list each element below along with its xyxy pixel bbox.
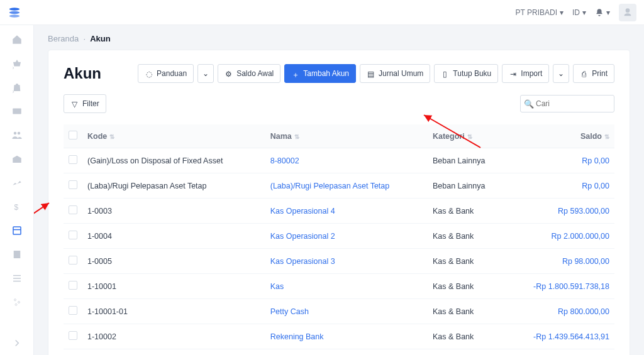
cell-kategori: Kas & Bank	[428, 349, 506, 356]
cell-kode: 1-10002	[82, 324, 265, 349]
rail-expand[interactable]	[11, 337, 23, 349]
cell-saldo: Rp 0,00	[506, 173, 614, 199]
cell-nama[interactable]: Kas Operasional 4	[265, 199, 428, 224]
tambah-akun-button[interactable]: ＋Tambah Akun	[284, 64, 356, 83]
cell-saldo: Rp 98.000,00	[506, 249, 614, 274]
cell-nama[interactable]: Rekening Bank	[265, 324, 428, 349]
cell-saldo: -Rp 1.439.564.413,91	[506, 324, 614, 349]
warehouse-icon	[11, 153, 23, 165]
cell-nama[interactable]: 8-80002	[265, 148, 428, 173]
language-code: ID	[572, 8, 580, 17]
cell-nama[interactable]: Petty Cash	[265, 299, 428, 324]
table-row: 1-0005Kas Operasional 3Kas & BankRp 98.0…	[64, 249, 614, 274]
search-input[interactable]	[520, 95, 614, 112]
cell-saldo: Rp 55.346.672,73	[506, 349, 614, 356]
chevron-down-icon: ▾	[606, 8, 610, 17]
svg-point-0	[9, 8, 20, 10]
nav-settings[interactable]	[11, 297, 23, 308]
search-box: 🔍	[520, 95, 614, 112]
row-checkbox[interactable]	[69, 180, 77, 189]
select-all-checkbox[interactable]	[69, 131, 77, 139]
cell-kategori: Beban Lainnya	[428, 148, 506, 173]
svg-point-1	[9, 11, 20, 13]
sort-icon: ⇅	[467, 133, 472, 140]
cell-nama[interactable]: (Laba)/Rugi Pelepasan Aset Tetap	[265, 173, 428, 199]
filter-button[interactable]: ▽Filter	[64, 94, 106, 113]
nav-purchase[interactable]: ›	[11, 82, 23, 93]
company-switcher[interactable]: PT PRIBADI ▾	[516, 8, 564, 17]
row-checkbox[interactable]	[69, 205, 77, 214]
dollar-icon: $	[11, 201, 23, 212]
svg-point-8	[14, 299, 16, 301]
company-name: PT PRIBADI	[516, 8, 557, 17]
cell-kategori: Kas & Bank	[428, 249, 506, 274]
notifications-button[interactable]: ▾	[595, 8, 610, 17]
breadcrumb-root[interactable]: Beranda	[48, 34, 79, 43]
col-kode[interactable]: Kode⇅	[82, 124, 265, 148]
chevron-down-icon: ⌄	[203, 69, 209, 78]
panduan-button[interactable]: ◌Panduan	[138, 64, 194, 83]
cell-nama[interactable]: Kas Operasional 2	[265, 224, 428, 249]
cell-nama[interactable]: Giro	[265, 349, 428, 356]
import-icon: ⇥	[509, 70, 517, 78]
bell-icon	[595, 8, 604, 17]
import-dropdown[interactable]: ⌄	[553, 64, 569, 83]
row-checkbox[interactable]	[69, 331, 77, 340]
table-row: (Gain)/Loss on Disposal of Fixed Asset8-…	[64, 148, 614, 173]
sub-toolbar: ▽Filter 🔍	[64, 94, 614, 113]
col-nama[interactable]: Nama⇅	[265, 124, 428, 148]
filter-icon: ▽	[70, 100, 79, 108]
chevron-down-icon: ▾	[560, 8, 564, 17]
cell-kategori: Kas & Bank	[428, 224, 506, 249]
row-checkbox[interactable]	[69, 231, 77, 239]
table-row: 1-10002Rekening BankKas & Bank-Rp 1.439.…	[64, 324, 614, 349]
cell-nama[interactable]: Kas	[265, 274, 428, 299]
table-row: 1-0003Kas Operasional 4Kas & BankRp 593.…	[64, 199, 614, 224]
table-header-row: Kode⇅ Nama⇅ Kategori⇅ Saldo⇅	[64, 124, 614, 148]
svg-rect-7	[13, 251, 20, 258]
nav-accounts[interactable]	[11, 225, 23, 236]
print-icon: ⎙	[580, 70, 588, 78]
row-checkbox[interactable]	[69, 306, 77, 315]
svg-line-12	[34, 203, 49, 229]
chevron-down-icon: ▾	[582, 8, 586, 17]
nav-contacts[interactable]	[11, 129, 23, 141]
cell-kategori: Kas & Bank	[428, 299, 506, 324]
plus-icon: ＋	[291, 70, 299, 78]
row-checkbox[interactable]	[69, 256, 77, 265]
nav-reports[interactable]	[11, 177, 23, 188]
saldo-awal-button[interactable]: ⚙Saldo Awal	[218, 64, 280, 83]
breadcrumb-current: Akun	[90, 34, 111, 43]
cell-nama[interactable]: Kas Operasional 3	[265, 249, 428, 274]
app-logo[interactable]	[8, 6, 21, 19]
breadcrumb: Beranda · Akun	[34, 25, 644, 50]
nav-other[interactable]	[11, 273, 23, 284]
language-switcher[interactable]: ID ▾	[572, 8, 586, 17]
svg-rect-5	[13, 227, 21, 234]
main-panel: Akun ◌Panduan ⌄ ⚙Saldo Awal ＋Tambah Akun…	[48, 50, 630, 355]
import-button[interactable]: ⇥Import	[502, 64, 549, 83]
row-checkbox[interactable]	[69, 281, 77, 290]
svg-text:$: $	[14, 203, 18, 212]
journal-icon: ▤	[367, 70, 375, 78]
sliders-icon	[11, 297, 23, 308]
page-title: Akun	[64, 65, 101, 82]
user-avatar[interactable]	[619, 4, 636, 21]
nav-home[interactable]	[11, 34, 23, 45]
print-button[interactable]: ⎙Print	[573, 64, 614, 83]
nav-inventory[interactable]	[11, 153, 23, 165]
nav-cash[interactable]: $	[11, 201, 23, 212]
ledger-icon	[11, 225, 23, 236]
nav-expenses[interactable]	[11, 106, 23, 117]
table-row: 1-10001-01Petty CashKas & BankRp 800.000…	[64, 299, 614, 324]
row-checkbox[interactable]	[69, 155, 77, 164]
jurnal-umum-button[interactable]: ▤Jurnal Umum	[360, 64, 430, 83]
panduan-dropdown[interactable]: ⌄	[197, 64, 214, 83]
cell-kode: 1-0005	[82, 249, 265, 274]
col-saldo[interactable]: Saldo⇅	[506, 124, 614, 148]
col-kategori[interactable]: Kategori⇅	[428, 124, 506, 148]
nav-sales[interactable]: ›	[11, 58, 23, 69]
tutup-buku-button[interactable]: ▯Tutup Buku	[434, 64, 498, 83]
cell-kode: 1-0003	[82, 199, 265, 224]
nav-assets[interactable]	[11, 249, 23, 260]
